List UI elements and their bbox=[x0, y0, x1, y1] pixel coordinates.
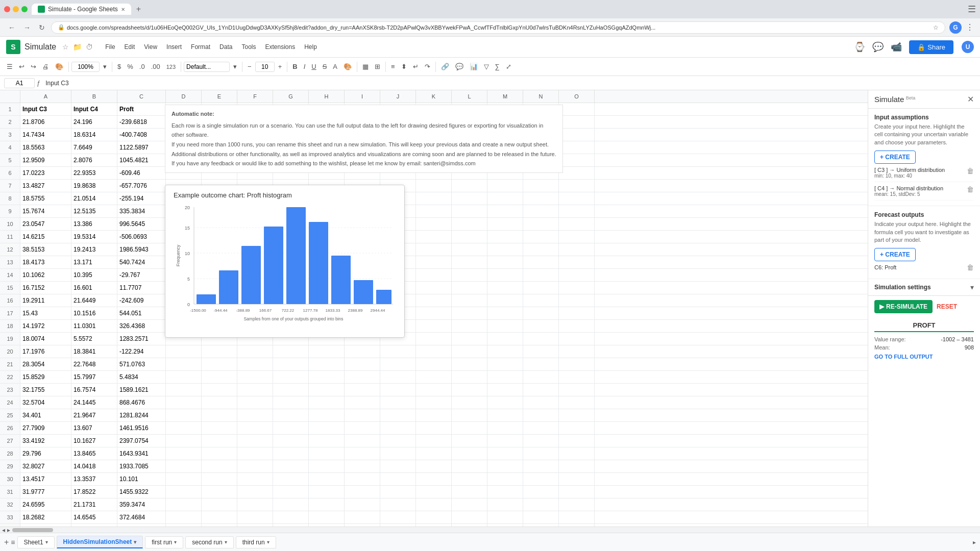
cell[interactable]: 18.4173 bbox=[20, 256, 71, 268]
zoom-input[interactable] bbox=[71, 62, 100, 72]
paint-format-button[interactable]: 🎨 bbox=[53, 61, 66, 72]
cell[interactable] bbox=[237, 524, 273, 527]
cell[interactable]: 22.9353 bbox=[71, 167, 117, 179]
create-output-button[interactable]: + CREATE bbox=[874, 248, 916, 261]
cell[interactable]: 335.3834 bbox=[117, 205, 166, 217]
cell[interactable]: 2397.0754 bbox=[117, 435, 166, 447]
sheets-title[interactable]: Simulate bbox=[24, 42, 56, 52]
cell[interactable] bbox=[202, 435, 237, 447]
cell[interactable] bbox=[452, 358, 487, 370]
cell[interactable] bbox=[416, 218, 452, 230]
text-color-button[interactable]: A bbox=[330, 61, 340, 72]
cell[interactable] bbox=[237, 422, 273, 434]
cell[interactable]: 21.1731 bbox=[71, 498, 117, 511]
cell[interactable] bbox=[487, 473, 523, 485]
cell[interactable]: 18.5563 bbox=[20, 141, 71, 154]
create-input-button[interactable]: + CREATE bbox=[874, 151, 916, 164]
table-row[interactable]: 2932.802714.04181933.7085 bbox=[0, 460, 868, 473]
add-sheet-button[interactable]: + bbox=[4, 538, 9, 547]
star-icon[interactable]: ☆ bbox=[933, 24, 939, 31]
cell[interactable] bbox=[237, 384, 273, 396]
cell[interactable]: 14.016 bbox=[71, 524, 117, 527]
cell[interactable]: 16.601 bbox=[71, 282, 117, 294]
cell[interactable] bbox=[559, 167, 595, 179]
cell[interactable] bbox=[380, 358, 416, 370]
cell[interactable]: 38.5153 bbox=[20, 243, 71, 256]
cell[interactable] bbox=[237, 447, 273, 460]
cell[interactable] bbox=[523, 460, 559, 472]
tab-first-run-dropdown-icon[interactable]: ▾ bbox=[174, 539, 177, 545]
cell[interactable] bbox=[416, 473, 452, 485]
cell[interactable] bbox=[416, 231, 452, 243]
cell[interactable] bbox=[166, 409, 202, 421]
table-row[interactable]: 2829.79613.84651643.9341 bbox=[0, 447, 868, 460]
cell[interactable]: 19.2911 bbox=[20, 294, 71, 307]
format-123-button[interactable]: 123 bbox=[164, 62, 178, 71]
cell[interactable] bbox=[273, 486, 309, 498]
cell[interactable] bbox=[416, 307, 452, 319]
cell[interactable]: 1933.7085 bbox=[117, 460, 166, 472]
cell[interactable]: -122.294 bbox=[117, 345, 166, 358]
cell[interactable] bbox=[559, 409, 595, 421]
cell[interactable]: 7.6649 bbox=[71, 141, 117, 154]
cell[interactable] bbox=[523, 320, 559, 332]
table-row[interactable]: 1814.197211.0301326.4368 bbox=[0, 320, 868, 333]
history-nav-icon[interactable]: ⌚ bbox=[854, 41, 865, 53]
cell[interactable]: 33.4192 bbox=[20, 435, 71, 447]
cell[interactable] bbox=[487, 345, 523, 358]
cell[interactable] bbox=[523, 358, 559, 370]
cell[interactable] bbox=[345, 473, 380, 485]
cell[interactable] bbox=[273, 511, 309, 523]
font-family-input[interactable] bbox=[184, 62, 230, 72]
star-sheet-icon[interactable]: ☆ bbox=[62, 43, 69, 51]
cell[interactable]: 21.0514 bbox=[71, 192, 117, 205]
valign-button[interactable]: ⬍ bbox=[399, 61, 409, 72]
cell[interactable] bbox=[237, 358, 273, 370]
cell[interactable]: 1045.4821 bbox=[117, 154, 166, 166]
cell[interactable] bbox=[380, 460, 416, 472]
table-row[interactable]: 1023.054713.386996.5645 bbox=[0, 218, 868, 231]
cell[interactable] bbox=[237, 511, 273, 523]
share-button[interactable]: 🔒 Share bbox=[909, 40, 953, 54]
cell[interactable] bbox=[523, 307, 559, 319]
cell[interactable] bbox=[166, 422, 202, 434]
menu-data[interactable]: Data bbox=[215, 41, 236, 53]
cell[interactable] bbox=[202, 473, 237, 485]
cell[interactable]: 31.9777 bbox=[20, 486, 71, 498]
cell[interactable] bbox=[273, 422, 309, 434]
table-row[interactable]: 915.767412.5135335.3834 bbox=[0, 205, 868, 218]
cell[interactable] bbox=[237, 460, 273, 472]
cell[interactable] bbox=[559, 358, 595, 370]
cell[interactable] bbox=[559, 396, 595, 409]
cell[interactable] bbox=[487, 422, 523, 434]
cell[interactable] bbox=[309, 486, 345, 498]
currency-button[interactable]: $ bbox=[115, 61, 124, 72]
col-header-H[interactable]: H bbox=[309, 90, 345, 103]
cell[interactable] bbox=[202, 524, 237, 527]
cell[interactable]: 17.8522 bbox=[71, 486, 117, 498]
cell[interactable] bbox=[559, 524, 595, 527]
comments-icon[interactable]: 💬 bbox=[872, 41, 884, 53]
cell[interactable] bbox=[309, 524, 345, 527]
cell[interactable]: 34.401 bbox=[20, 409, 71, 421]
cell[interactable] bbox=[559, 269, 595, 281]
cell[interactable] bbox=[416, 486, 452, 498]
cell[interactable] bbox=[523, 243, 559, 256]
cell[interactable] bbox=[523, 205, 559, 217]
cell[interactable] bbox=[380, 498, 416, 511]
wrap-button[interactable]: ↵ bbox=[410, 61, 421, 72]
cell[interactable] bbox=[452, 447, 487, 460]
cell[interactable] bbox=[380, 371, 416, 383]
sheets-list-button[interactable]: ≡ bbox=[11, 538, 15, 546]
cell[interactable] bbox=[487, 384, 523, 396]
col-header-D[interactable]: D bbox=[166, 90, 202, 103]
cell[interactable] bbox=[452, 511, 487, 523]
cell[interactable] bbox=[273, 473, 309, 485]
cell[interactable] bbox=[523, 192, 559, 205]
cell[interactable]: 544.051 bbox=[117, 307, 166, 319]
cell[interactable] bbox=[452, 243, 487, 256]
cell[interactable] bbox=[309, 396, 345, 409]
menu-view[interactable]: View bbox=[140, 41, 161, 53]
cell[interactable] bbox=[202, 486, 237, 498]
cell[interactable] bbox=[202, 422, 237, 434]
